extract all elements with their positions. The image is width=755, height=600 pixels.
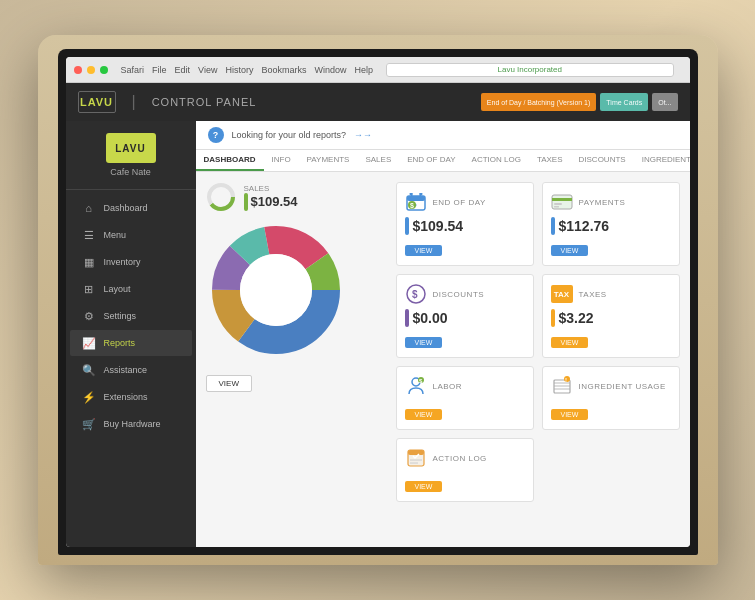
widget-header: ACTION LOG [405, 447, 525, 469]
widget-payments: PAYMENTS $112.76 VIEW [542, 182, 680, 266]
donut-view-button[interactable]: VIEW [206, 375, 252, 392]
cart-icon: 🛒 [82, 417, 96, 431]
dashboard: SALES $109.54 [196, 172, 690, 547]
svg-rect-14 [411, 193, 413, 197]
tab-end-of-day[interactable]: END OF DAY [399, 150, 463, 171]
sidebar-item-menu[interactable]: ☰ Menu [70, 222, 192, 248]
widget-labor: $ LABOR VIEW [396, 366, 534, 430]
close-window-btn[interactable] [74, 66, 82, 74]
home-icon: ⌂ [82, 201, 96, 215]
end-of-day-view-button[interactable]: VIEW [405, 245, 443, 256]
main-content: ? Looking for your old reports? →→ DASHB… [196, 121, 690, 547]
sidebar-nav: ⌂ Dashboard ☰ Menu ▦ Inventory [66, 190, 196, 547]
taxes-bar [551, 309, 555, 327]
sales-title: SALES [244, 184, 298, 193]
sales-mini-chart [206, 182, 236, 212]
browser-window: Safari File Edit View History Bookmarks … [66, 57, 690, 547]
menu-window[interactable]: Window [314, 65, 346, 75]
discounts-value-row: $0.00 [405, 309, 525, 327]
widget-action-log: ACTION LOG VIEW [396, 438, 534, 502]
taxes-view-button[interactable]: VIEW [551, 337, 589, 348]
gear-icon: ⚙ [82, 309, 96, 323]
svg-rect-27 [554, 380, 570, 393]
widget-end-of-day: $ END OF DAY $109.54 [396, 182, 534, 266]
old-reports-text: Looking for your old reports? [232, 130, 347, 140]
labor-view-button[interactable]: VIEW [405, 409, 443, 420]
tab-dashboard[interactable]: DASHBOARD [196, 150, 264, 171]
sales-value: $109.54 [251, 194, 298, 209]
sidebar-item-layout[interactable]: ⊞ Layout [70, 276, 192, 302]
payments-view-button[interactable]: VIEW [551, 245, 589, 256]
old-reports-link[interactable]: →→ [354, 130, 372, 140]
browser-chrome: Safari File Edit View History Bookmarks … [66, 57, 690, 83]
svg-text:$: $ [410, 202, 414, 210]
left-panel: SALES $109.54 [206, 182, 386, 537]
discounts-svg: $ [406, 284, 426, 304]
end-of-day-title: END OF DAY [433, 198, 486, 207]
sidebar-item-label: Assistance [104, 365, 148, 375]
menu-safari[interactable]: Safari [121, 65, 145, 75]
svg-text:!: ! [565, 377, 567, 383]
sidebar-item-dashboard[interactable]: ⌂ Dashboard [70, 195, 192, 221]
sidebar-item-buy-hardware[interactable]: 🛒 Buy Hardware [70, 411, 192, 437]
main-layout: LAVU Cafe Nate ⌂ Dashboard ☰ Menu [66, 121, 690, 547]
sidebar-item-label: Settings [104, 311, 137, 321]
sidebar-item-reports[interactable]: 📈 Reports [70, 330, 192, 356]
tab-action-log[interactable]: ACTION LOG [464, 150, 529, 171]
action-log-view-button[interactable]: VIEW [405, 481, 443, 492]
tab-taxes[interactable]: TAXES [529, 150, 571, 171]
sidebar-item-inventory[interactable]: ▦ Inventory [70, 249, 192, 275]
tab-payments[interactable]: PAYMENTS [299, 150, 358, 171]
app-header: LAVU | CONTROL PANEL End of Day / Batchi… [66, 83, 690, 121]
sidebar: LAVU Cafe Nate ⌂ Dashboard ☰ Menu [66, 121, 196, 547]
menu-edit[interactable]: Edit [175, 65, 191, 75]
action-log-svg [406, 448, 426, 468]
sales-header-info: SALES $109.54 [244, 184, 298, 211]
url-text: Lavu Incorporated [497, 65, 562, 74]
widget-taxes: TAX TAXES $3.22 VIEW [542, 274, 680, 358]
donut-chart [206, 220, 346, 360]
widget-ingredient-usage: ! INGREDIENT USAGE VIEW [542, 366, 680, 430]
tab-ingredient-usage[interactable]: INGREDIENT USAGE [634, 150, 690, 171]
svg-rect-34 [408, 450, 424, 455]
taxes-value: $3.22 [559, 310, 594, 326]
url-bar[interactable]: Lavu Incorporated [386, 63, 674, 77]
end-of-day-button[interactable]: End of Day / Batching (Version 1) [481, 93, 597, 111]
taxes-icon: TAX [551, 283, 573, 305]
sales-header: SALES $109.54 [206, 182, 386, 212]
time-cards-button[interactable]: Time Cards [600, 93, 648, 111]
info-icon: ? [208, 127, 224, 143]
menu-bookmarks[interactable]: Bookmarks [261, 65, 306, 75]
payments-value: $112.76 [559, 218, 610, 234]
sidebar-item-settings[interactable]: ⚙ Settings [70, 303, 192, 329]
sidebar-item-label: Layout [104, 284, 131, 294]
minimize-window-btn[interactable] [87, 66, 95, 74]
menu-view[interactable]: View [198, 65, 217, 75]
payments-title: PAYMENTS [579, 198, 626, 207]
menu-file[interactable]: File [152, 65, 167, 75]
tax-badge: TAX [551, 285, 573, 303]
other-button[interactable]: Ot... [652, 93, 677, 111]
maximize-window-btn[interactable] [100, 66, 108, 74]
sidebar-item-extensions[interactable]: ⚡ Extensions [70, 384, 192, 410]
svg-point-8 [240, 254, 312, 326]
discounts-view-button[interactable]: VIEW [405, 337, 443, 348]
boxes-icon: ▦ [82, 255, 96, 269]
menu-history[interactable]: History [225, 65, 253, 75]
sidebar-item-label: Extensions [104, 392, 148, 402]
header-buttons: End of Day / Batching (Version 1) Time C… [481, 93, 678, 111]
tab-sales[interactable]: SALES [357, 150, 399, 171]
laptop-shell: Safari File Edit View History Bookmarks … [38, 35, 718, 565]
screen-bezel: Safari File Edit View History Bookmarks … [58, 49, 698, 555]
sidebar-item-assistance[interactable]: 🔍 Assistance [70, 357, 192, 383]
sidebar-logo: LAVU [106, 133, 156, 163]
logo-box: LAVU [78, 91, 116, 113]
tab-discounts[interactable]: DISCOUNTS [571, 150, 634, 171]
svg-text:$: $ [412, 289, 418, 300]
ingredient-view-button[interactable]: VIEW [551, 409, 589, 420]
control-panel-title: CONTROL PANEL [152, 96, 257, 108]
tab-info[interactable]: INFO [264, 150, 299, 171]
payments-icon [551, 191, 573, 213]
menu-help[interactable]: Help [354, 65, 373, 75]
svg-rect-10 [407, 196, 425, 201]
